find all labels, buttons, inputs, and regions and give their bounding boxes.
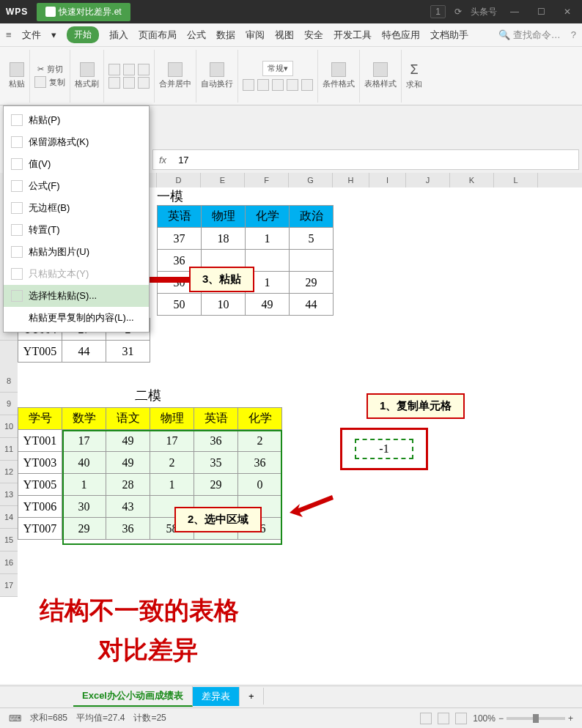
paste-item-paste[interactable]: 粘贴(P) (4, 109, 149, 131)
cell[interactable]: YT005 (18, 341, 62, 363)
cell[interactable]: 30 (62, 496, 106, 518)
cell[interactable]: 17 (62, 430, 106, 452)
paste-item-special[interactable]: 选择性粘贴(S)... (4, 285, 149, 307)
row-10[interactable]: 10 (0, 415, 18, 438)
paste-item-image[interactable]: 粘贴为图片(U) (4, 241, 149, 263)
row-9[interactable]: 9 (0, 393, 18, 415)
table-style-button[interactable]: 表格样式 (364, 62, 397, 89)
sync-icon[interactable]: ⟳ (454, 7, 462, 17)
search-commands[interactable]: 🔍 查找命令… (498, 29, 561, 42)
cell[interactable]: 36 (194, 430, 238, 452)
cell[interactable]: 36 (106, 518, 150, 540)
keyboard-icon[interactable]: ⌨ (9, 713, 21, 724)
cell[interactable]: 1 (62, 474, 106, 496)
t1-h-chemistry[interactable]: 化学 (246, 206, 290, 228)
cell[interactable]: 2 (150, 452, 194, 474)
cell[interactable]: 28 (106, 474, 150, 496)
currency-icon[interactable] (243, 79, 254, 91)
t2-h-math[interactable]: 数学 (62, 408, 106, 430)
table1[interactable]: 英语 物理 化学 政治 371815 36 302129 50104944 (157, 205, 334, 316)
align-middle-icon[interactable] (123, 77, 135, 89)
align-right-icon[interactable] (138, 64, 150, 75)
menu-security[interactable]: 安全 (304, 29, 323, 42)
cell[interactable]: 29 (290, 272, 334, 294)
view-break-icon[interactable] (455, 713, 467, 724)
paste-item-noborder[interactable]: 无边框(B) (4, 197, 149, 219)
col-i[interactable]: I (369, 173, 406, 187)
menu-data[interactable]: 数据 (216, 29, 235, 42)
cell[interactable]: 44 (290, 294, 334, 316)
cell[interactable]: 1 (150, 474, 194, 496)
formula-value[interactable]: 17 (172, 155, 194, 166)
zoom-control[interactable]: 100% − + (473, 713, 573, 724)
paste-item-earlier[interactable]: 粘贴更早复制的内容(L)... (4, 307, 149, 329)
cell[interactable]: YT003 (18, 452, 62, 474)
sheet-tab-add[interactable]: + (240, 688, 264, 705)
cell[interactable]: 29 (62, 518, 106, 540)
row-16[interactable]: 16 (0, 551, 18, 574)
col-k[interactable]: K (450, 173, 494, 187)
cell[interactable]: YT001 (18, 430, 62, 452)
cell[interactable]: 50 (158, 294, 202, 316)
sum-button[interactable]: Σ 求和 (406, 62, 422, 90)
cell[interactable]: 35 (194, 452, 238, 474)
zoom-in-icon[interactable]: + (568, 713, 573, 724)
align-center-icon[interactable] (123, 64, 135, 75)
t1-h-physics[interactable]: 物理 (202, 206, 246, 228)
close-button[interactable]: ✕ (559, 7, 576, 17)
col-j[interactable]: J (406, 173, 450, 187)
notification-badge[interactable]: 1 (430, 5, 446, 18)
cell[interactable]: 37 (158, 228, 202, 250)
row-8[interactable]: 8 (0, 370, 18, 393)
paste-item-formula[interactable]: 公式(F) (4, 175, 149, 197)
sheet-tab-2[interactable]: 差异表 (193, 687, 240, 706)
col-f[interactable]: F (245, 173, 289, 187)
cell[interactable]: 40 (62, 452, 106, 474)
help-icon[interactable]: ? (571, 29, 576, 40)
cell[interactable]: 0 (238, 474, 282, 496)
cut-button[interactable]: ✂剪切 (37, 64, 63, 75)
cell[interactable]: 1 (246, 228, 290, 250)
align-bottom-icon[interactable] (138, 77, 150, 89)
cell[interactable]: 49 (106, 452, 150, 474)
cell[interactable]: YT005 (18, 474, 62, 496)
number-format-dropdown[interactable]: 常规 ▾ (262, 61, 293, 76)
maximize-button[interactable]: ☐ (532, 7, 550, 17)
cell[interactable]: 10 (202, 294, 246, 316)
paste-item-transpose[interactable]: 转置(T) (4, 219, 149, 241)
t2-h-english[interactable]: 英语 (194, 408, 238, 430)
row-12[interactable]: 12 (0, 461, 18, 483)
view-layout-icon[interactable] (438, 713, 449, 724)
paste-button[interactable]: 粘贴 (9, 62, 25, 89)
row-11[interactable]: 11 (0, 438, 18, 461)
t2-h-physics[interactable]: 物理 (150, 408, 194, 430)
col-g[interactable]: G (289, 173, 333, 187)
t2-h-chinese[interactable]: 语文 (106, 408, 150, 430)
row-14[interactable]: 14 (0, 506, 18, 529)
cell[interactable]: YT006 (18, 496, 62, 518)
menu-insert[interactable]: 插入 (109, 29, 128, 42)
menu-formula[interactable]: 公式 (187, 29, 206, 42)
cell[interactable]: 44 (62, 341, 106, 363)
cell[interactable]: 49 (246, 294, 290, 316)
copy-button[interactable]: 复制 (34, 76, 65, 88)
conditional-format-button[interactable]: 条件格式 (323, 62, 355, 89)
col-d[interactable]: D (157, 173, 201, 187)
comma-icon[interactable] (272, 79, 284, 91)
decimal-dec-icon[interactable] (301, 79, 313, 91)
paste-item-values[interactable]: 值(V) (4, 153, 149, 175)
cell[interactable]: 36 (238, 452, 282, 474)
cell[interactable]: 5 (290, 228, 334, 250)
menu-view[interactable]: 视图 (275, 29, 294, 42)
col-e[interactable]: E (201, 173, 245, 187)
t1-h-english[interactable]: 英语 (158, 206, 202, 228)
align-left-icon[interactable] (108, 64, 120, 75)
fx-icon[interactable]: fx (153, 155, 172, 166)
menu-review[interactable]: 审阅 (246, 29, 265, 42)
cell[interactable]: 49 (106, 430, 150, 452)
menu-devtools[interactable]: 开发工具 (334, 29, 372, 42)
cell[interactable]: 17 (150, 430, 194, 452)
menu-dochelper[interactable]: 文档助手 (430, 29, 468, 42)
align-top-icon[interactable] (108, 77, 120, 89)
col-h[interactable]: H (333, 173, 369, 187)
